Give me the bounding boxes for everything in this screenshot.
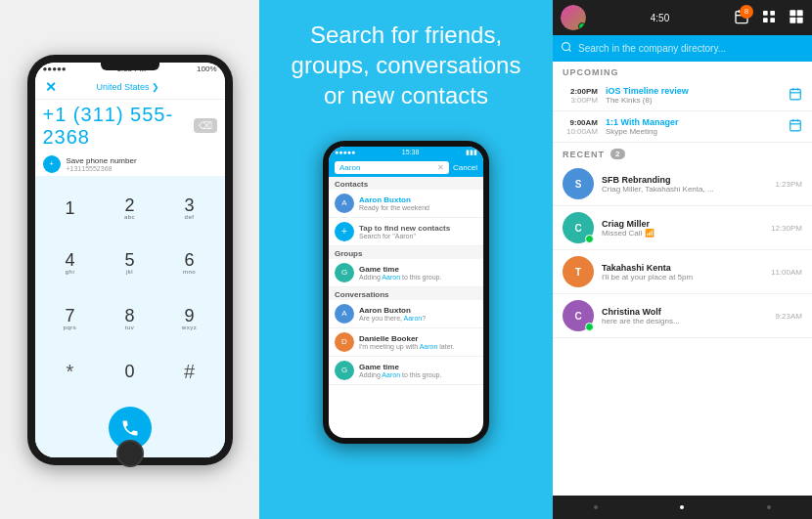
- svg-line-13: [568, 49, 570, 51]
- recent-info-2: Takahashi Kenta I'll be at your place at…: [602, 263, 763, 281]
- key-8[interactable]: 8 tuv: [101, 291, 159, 345]
- search-placeholder: Search in the company directory...: [578, 43, 726, 54]
- recent-name-3: Christina Wolf: [602, 307, 767, 317]
- mid-time: 15:38: [402, 149, 420, 156]
- dial-header: ✕ United States ❯: [35, 75, 225, 100]
- conv-sub-danielle: I'm meeting up with Aaron later.: [359, 343, 477, 350]
- nav-dot-1: [594, 505, 598, 509]
- country-selector[interactable]: United States ❯: [96, 82, 158, 92]
- user-avatar[interactable]: [561, 5, 586, 30]
- group-avatar-gametime: G: [335, 263, 354, 282]
- conv-avatar-danielle: D: [335, 332, 354, 352]
- time-start-0: 2:00PM: [570, 87, 598, 96]
- mid-signal: ●●●●●: [335, 149, 355, 156]
- conv-name-gametime: Game time: [359, 363, 477, 371]
- key-hash[interactable]: #: [160, 346, 219, 396]
- conv-info-aaron: Aaron Buxton Are you there, Aaron?: [359, 306, 477, 322]
- recent-item-0[interactable]: S SFB Rebranding Criag Miller, Takahashi…: [553, 162, 812, 206]
- recent-time-1: 12:30PM: [771, 224, 802, 233]
- online-dot-3: [585, 323, 594, 331]
- backspace-button[interactable]: ⌫: [194, 118, 217, 133]
- save-label: Save phone number: [67, 156, 137, 165]
- svg-rect-7: [770, 18, 775, 22]
- key-5[interactable]: 5 jkl: [101, 237, 159, 290]
- recent-time-3: 9:23AM: [775, 312, 802, 321]
- search-value: Aaron: [339, 163, 360, 172]
- key-9[interactable]: 9 wxyz: [160, 291, 219, 345]
- key-4[interactable]: 4 ghi: [41, 237, 100, 290]
- event-sub-1: Skype Meeting: [606, 127, 781, 136]
- right-header: 4:50 8: [553, 0, 812, 35]
- chevron-right-icon: ❯: [152, 82, 159, 92]
- left-phone-screen: ●●●●● 1:53 PM 100% ✕ United States ❯ +1 …: [35, 63, 225, 457]
- recent-item-1[interactable]: C Criag Miller Missed Call 📶 12:30PM: [553, 206, 812, 250]
- svg-rect-9: [797, 10, 803, 16]
- recent-info-0: SFB Rebranding Criag Miller, Takahashi K…: [602, 175, 767, 194]
- contact-item-aaron[interactable]: A Aaron Buxton Ready for the weekend: [329, 190, 483, 218]
- upcoming-item-1[interactable]: 9:00AM 10:00AM 1:1 With Manager Skype Me…: [553, 111, 812, 143]
- save-row[interactable]: + Save phone number +13115552368: [35, 152, 225, 176]
- header-icons: 8: [734, 9, 804, 27]
- key-6[interactable]: 6 mno: [160, 237, 219, 290]
- battery-display: 100%: [197, 65, 216, 73]
- right-search-bar[interactable]: Search in the company directory...: [553, 35, 812, 62]
- group-item-gametime[interactable]: G Game time Adding Aaron to this group.: [329, 259, 483, 287]
- keypad: 1 2 abc 3 def 4 ghi 5 jkl: [35, 176, 225, 403]
- time-block-0: 2:00PM 3:00PM: [563, 87, 598, 105]
- calendar-icon-wrapper[interactable]: 8: [734, 9, 749, 27]
- conv-item-aaron[interactable]: A Aaron Buxton Are you there, Aaron?: [329, 300, 483, 328]
- user-avatar-wrapper: [561, 5, 586, 30]
- middle-phone-screen: ●●●●● 15:38 ▮▮▮ Aaron ✕ Cancel Contacts …: [329, 147, 483, 438]
- key-0[interactable]: 0: [101, 346, 159, 396]
- add-contact-icon: +: [335, 222, 354, 241]
- event-info-1: 1:1 With Manager Skype Meeting: [606, 117, 781, 136]
- middle-phone-frame: ●●●●● 15:38 ▮▮▮ Aaron ✕ Cancel Contacts …: [323, 141, 489, 444]
- clear-icon[interactable]: ✕: [437, 163, 444, 172]
- recent-info-1: Criag Miller Missed Call 📶: [602, 219, 763, 238]
- close-button[interactable]: ✕: [45, 79, 57, 95]
- avatar-img-2: T: [563, 256, 594, 287]
- right-section: 4:50 8 Search in the company directory..…: [553, 0, 812, 519]
- key-2[interactable]: 2 abc: [101, 182, 159, 236]
- conv-item-danielle[interactable]: D Danielle Booker I'm meeting up with Aa…: [329, 328, 483, 357]
- svg-rect-4: [763, 11, 768, 16]
- mid-status-bar: ●●●●● 15:38 ▮▮▮: [329, 147, 483, 158]
- recent-sub-1: Missed Call 📶: [602, 229, 729, 238]
- key-3[interactable]: 3 def: [160, 182, 219, 236]
- contacts-section-label: Contacts: [329, 177, 483, 190]
- contact-avatar-aaron: A: [335, 194, 354, 213]
- svg-rect-5: [770, 11, 775, 16]
- key-1[interactable]: 1: [41, 182, 100, 236]
- mid-search-input[interactable]: Aaron ✕: [335, 161, 449, 174]
- key-7[interactable]: 7 pqrs: [41, 291, 100, 345]
- right-content: UPCOMING 2:00PM 3:00PM iOS Timeline revi…: [553, 62, 812, 496]
- event-title-1: 1:1 With Manager: [606, 117, 781, 127]
- time-end-1: 10:00AM: [566, 127, 598, 136]
- recent-item-2[interactable]: T Takahashi Kenta I'll be at your place …: [553, 250, 812, 294]
- nav-dot-2: [680, 505, 684, 509]
- recent-item-3[interactable]: C Christina Wolf here are the designs...…: [553, 294, 812, 338]
- online-dot-1: [585, 235, 594, 243]
- cancel-button[interactable]: Cancel: [453, 163, 477, 172]
- dial-number-row: +1 (311) 555-2368 ⌫: [35, 100, 225, 152]
- grid-icon[interactable]: [761, 9, 777, 27]
- calendar-event-icon-0: [789, 87, 802, 104]
- upcoming-item-0[interactable]: 2:00PM 3:00PM iOS Timeline review The Ki…: [553, 80, 812, 111]
- recent-avatar-3: C: [563, 300, 594, 331]
- conv-item-gametime[interactable]: G Game time Adding Aaron to this group.: [329, 357, 483, 385]
- person-icon[interactable]: [789, 9, 804, 27]
- recent-sub-2: I'll be at your place at 5pm: [602, 273, 729, 281]
- left-phone-frame: ●●●●● 1:53 PM 100% ✕ United States ❯ +1 …: [27, 55, 233, 465]
- svg-rect-18: [790, 120, 801, 130]
- home-button[interactable]: [116, 440, 144, 467]
- recent-avatar-2: T: [563, 256, 594, 287]
- recent-badge: 2: [610, 149, 625, 159]
- recent-sub-0: Criag Miller, Takahashi Kenta, ...: [602, 185, 729, 194]
- notification-badge: 8: [740, 5, 753, 19]
- recent-avatar-0: S: [563, 168, 594, 199]
- recent-label: RECENT: [563, 150, 605, 159]
- conv-name-aaron: Aaron Buxton: [359, 306, 477, 315]
- key-star[interactable]: *: [41, 346, 100, 396]
- find-contacts-item[interactable]: + Tap to find new contacts Search for "A…: [329, 218, 483, 246]
- recent-name-2: Takahashi Kenta: [602, 263, 763, 273]
